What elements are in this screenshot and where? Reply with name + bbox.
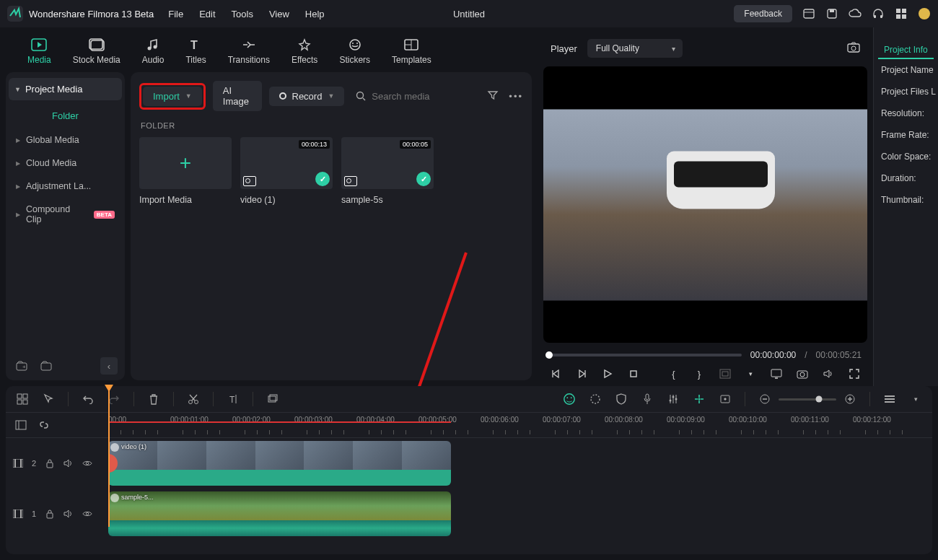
snapshot-icon[interactable] — [847, 42, 860, 55]
search-input[interactable] — [372, 91, 480, 102]
zoom-slider[interactable] — [779, 398, 836, 401]
mark-in-icon[interactable]: { — [668, 367, 680, 380]
tab-effects[interactable]: Effects — [292, 38, 317, 65]
play-button[interactable] — [602, 367, 613, 380]
keyframe-icon[interactable] — [719, 393, 732, 406]
svg-rect-84 — [47, 463, 53, 468]
play-backward-button[interactable] — [577, 367, 588, 380]
app-logo — [7, 6, 23, 22]
mic-icon[interactable] — [641, 393, 654, 406]
tab-media[interactable]: Media — [27, 38, 51, 65]
color-icon[interactable] — [589, 393, 602, 406]
display-icon[interactable] — [771, 367, 782, 380]
lock-icon[interactable] — [45, 509, 55, 519]
media-thumb-video1[interactable]: 00:00:13 ✓ video (1) — [240, 137, 333, 205]
text-cursor-icon[interactable]: T — [227, 393, 240, 406]
cut-icon[interactable] — [187, 393, 200, 406]
quality-dropdown[interactable]: Full Quality — [587, 39, 683, 58]
menu-file[interactable]: File — [168, 9, 183, 19]
mark-out-icon[interactable]: } — [693, 367, 705, 380]
stop-button[interactable] — [628, 367, 639, 380]
tab-audio[interactable]: Audio — [142, 38, 165, 65]
video-type-icon — [344, 176, 357, 186]
prev-frame-button[interactable] — [551, 367, 562, 380]
lock-icon[interactable] — [45, 458, 55, 468]
tab-stickers[interactable]: Stickers — [339, 38, 370, 65]
track-view-chevron-icon[interactable]: ▾ — [909, 393, 922, 406]
collapse-sidebar-icon[interactable]: ‹ — [100, 357, 118, 375]
tab-stock-media[interactable]: Stock Media — [73, 38, 120, 65]
new-folder-icon[interactable] — [38, 357, 55, 375]
mute-icon[interactable] — [63, 458, 74, 468]
new-bin-icon[interactable]: + — [13, 357, 30, 375]
layout-icon[interactable] — [802, 7, 815, 20]
ai-face-icon[interactable] — [563, 393, 576, 406]
import-media-thumb[interactable]: + Import Media — [139, 137, 232, 205]
cloud-icon[interactable] — [849, 7, 862, 20]
account-icon[interactable] — [918, 7, 931, 20]
safe-zone-chevron-icon[interactable]: ▾ — [745, 367, 757, 380]
clip-sample5s[interactable]: sample-5... — [108, 491, 451, 536]
cursor-icon[interactable] — [42, 393, 55, 406]
project-info-tab[interactable]: Project Info — [878, 42, 934, 59]
filter-icon[interactable] — [487, 89, 499, 103]
undo-icon[interactable] — [82, 393, 95, 406]
sidebar-item-compound-clip[interactable]: ▶Compound ClipBETA — [6, 198, 125, 231]
clip-video1[interactable]: ‹ video (1) — [108, 441, 451, 486]
timeline-options-icon[interactable] — [14, 419, 27, 432]
volume-icon[interactable] — [823, 367, 834, 380]
zoom-out-icon[interactable] — [758, 393, 771, 406]
svg-point-19 — [350, 40, 360, 50]
link-icon[interactable] — [38, 419, 51, 432]
sidebar-item-cloud-media[interactable]: ▶Cloud Media — [6, 152, 125, 175]
eye-icon[interactable] — [82, 509, 92, 519]
svg-point-17 — [154, 45, 157, 49]
timeline-ruler[interactable]: 00:0000:00:01:0000:00:02:0000:00:03:0000… — [108, 413, 932, 437]
zoom-in-icon[interactable] — [843, 393, 856, 406]
track-view-icon[interactable] — [883, 393, 896, 406]
safe-zone-icon[interactable] — [719, 367, 731, 380]
import-button[interactable]: Import▼ — [143, 87, 202, 106]
headphones-icon[interactable] — [872, 7, 885, 20]
menu-tools[interactable]: Tools — [232, 9, 253, 19]
preview-scrubber[interactable] — [549, 354, 742, 356]
svg-rect-27 — [41, 363, 51, 370]
svg-point-28 — [357, 92, 364, 99]
time-separator: / — [805, 350, 807, 360]
svg-rect-6 — [880, 15, 882, 18]
preview-video[interactable] — [543, 66, 867, 343]
tab-titles[interactable]: TTitles — [185, 38, 206, 65]
save-icon[interactable] — [825, 7, 838, 20]
eye-icon[interactable] — [82, 458, 92, 468]
mute-icon[interactable] — [63, 509, 74, 519]
project-media-header[interactable]: ▼Project Media — [9, 78, 122, 100]
clip-play-icon — [110, 443, 119, 452]
folder-label[interactable]: Folder — [6, 103, 125, 128]
media-thumb-sample5s[interactable]: 00:00:05 ✓ sample-5s — [341, 137, 434, 205]
menu-view[interactable]: View — [269, 9, 289, 19]
sidebar-item-adjustment-layer[interactable]: ▶Adjustment La... — [6, 175, 125, 198]
render-line — [108, 421, 451, 423]
menu-help[interactable]: Help — [305, 9, 325, 19]
playhead[interactable] — [108, 386, 110, 527]
delete-icon[interactable] — [147, 393, 160, 406]
more-icon[interactable]: ••• — [509, 91, 523, 102]
media-search[interactable] — [351, 91, 480, 102]
grid-view-icon[interactable] — [16, 393, 29, 406]
marker-icon[interactable] — [693, 393, 706, 406]
camera-icon[interactable] — [797, 367, 808, 380]
crop-icon[interactable] — [266, 393, 279, 406]
ai-image-button[interactable]: AI Image — [213, 81, 262, 111]
media-sidebar: ▼Project Media Folder ▶Global Media ▶Clo… — [6, 72, 125, 380]
record-button[interactable]: Record▼ — [269, 87, 345, 106]
feedback-button[interactable]: Feedback — [734, 5, 792, 22]
fullscreen-icon[interactable] — [849, 367, 860, 380]
shield-icon[interactable] — [615, 393, 628, 406]
grid-icon[interactable] — [895, 7, 908, 20]
svg-rect-7 — [896, 9, 900, 13]
tab-transitions[interactable]: Transitions — [228, 38, 270, 65]
mixer-icon[interactable] — [667, 393, 680, 406]
menu-edit[interactable]: Edit — [199, 9, 215, 19]
tab-templates[interactable]: Templates — [392, 38, 431, 65]
sidebar-item-global-media[interactable]: ▶Global Media — [6, 128, 125, 152]
